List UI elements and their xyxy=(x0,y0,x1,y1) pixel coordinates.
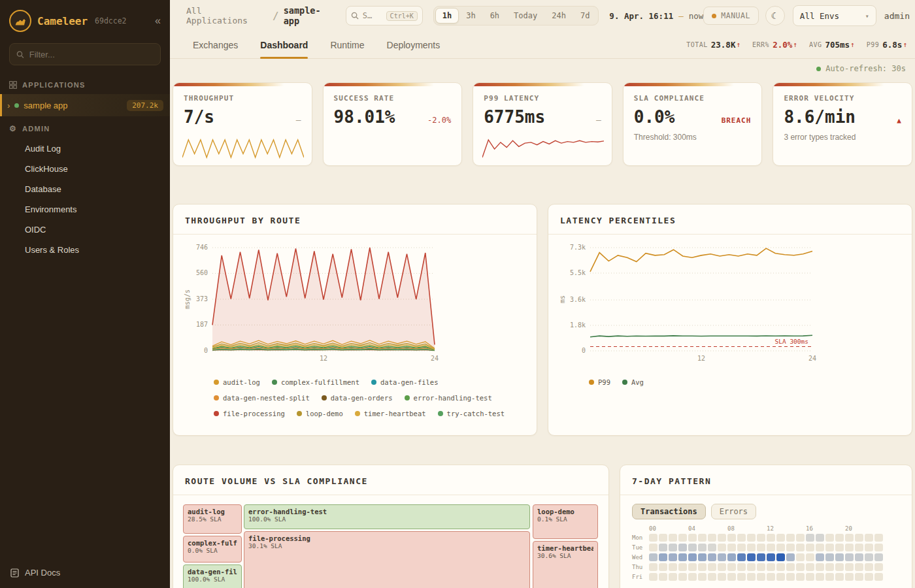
treemap-tile-error-handling-test[interactable]: error-handling-test 100.0% SLA xyxy=(244,504,530,529)
legend-item-data-gen-files[interactable]: data-gen-files xyxy=(371,378,439,386)
tab-deployments[interactable]: Deployments xyxy=(387,31,441,58)
card-title: LATENCY PERCENTILES xyxy=(548,204,912,235)
tile-sla: 100.0% SLA xyxy=(248,515,525,523)
user-menu[interactable]: admin xyxy=(884,11,910,21)
topbar: All Applications / sample-app Ctrl+K 1h3… xyxy=(170,0,915,31)
heatmap-row-tue: Tue xyxy=(632,544,900,551)
env-select[interactable]: All Envs ▾ xyxy=(793,5,876,26)
heatmap-cell xyxy=(767,534,775,542)
treemap-tile-data-gen-files[interactable]: data-gen-files 100.0% SLA xyxy=(183,564,242,588)
treemap-tile-complex-fulfil[interactable]: complex-fulfil… 0.0% SLA xyxy=(183,536,242,563)
sidebar-item-database[interactable]: Database xyxy=(0,179,170,199)
date-range[interactable]: 9. Apr. 16:11 — now xyxy=(609,11,703,21)
date-to: now xyxy=(689,11,704,21)
kpi-title: P99 LATENCY xyxy=(473,83,612,103)
throughput-chart: 01873735607461224msg/s xyxy=(173,235,537,369)
treemap-tile-audit-log[interactable]: audit-log 28.5% SLA xyxy=(183,504,242,534)
heatmap-cell xyxy=(688,544,697,551)
heatmap-cell xyxy=(747,534,756,542)
filter-input[interactable] xyxy=(29,50,154,59)
heatmap-cell xyxy=(737,573,746,581)
search-icon xyxy=(351,12,359,20)
heatmap-cell xyxy=(835,534,844,542)
auto-refresh-indicator: Auto-refresh: 30s xyxy=(170,59,915,73)
global-search[interactable]: Ctrl+K xyxy=(346,6,423,25)
range-1h-button[interactable]: 1h xyxy=(435,8,459,24)
latency-percentiles-card: LATENCY PERCENTILES 01.8k3.6k5.5k7.3k122… xyxy=(548,204,912,436)
tab-runtime[interactable]: Runtime xyxy=(330,31,364,58)
heatmap-cell xyxy=(718,573,726,581)
theme-toggle-button[interactable]: ☾ xyxy=(765,6,785,25)
toggle-transactions[interactable]: Transactions xyxy=(632,504,706,519)
heatmap-cell xyxy=(874,563,883,571)
kpi-value: 8.6/min xyxy=(784,107,856,127)
legend-item-p99[interactable]: P99 xyxy=(589,378,610,386)
sidebar-collapse-button[interactable]: « xyxy=(155,15,161,27)
heatmap-cell xyxy=(816,563,824,571)
legend-item-avg[interactable]: Avg xyxy=(622,378,644,386)
brand-name: Cameleer xyxy=(37,15,88,27)
heatmap-cell xyxy=(659,544,667,551)
refresh-mode-button[interactable]: MANUAL xyxy=(703,7,759,25)
kpi-secondary: ▲ xyxy=(897,116,901,125)
range-24h-button[interactable]: 24h xyxy=(544,8,573,24)
admin-label-text: ADMIN xyxy=(22,125,50,133)
heatmap-cell xyxy=(776,544,785,551)
tab-dashboard[interactable]: Dashboard xyxy=(260,31,308,58)
legend-item-file-processing[interactable]: file-processing xyxy=(214,410,285,417)
range-7d-button[interactable]: 7d xyxy=(573,8,597,24)
sidebar-item-audit-log[interactable]: Audit Log xyxy=(0,139,170,159)
legend-label: loop-demo xyxy=(306,410,343,417)
kpi-secondary: – xyxy=(296,115,301,125)
legend-item-timer-heartbeat[interactable]: timer-heartbeat xyxy=(355,410,426,417)
treemap-tile-loop-demo[interactable]: loop-demo 0.1% SLA xyxy=(533,504,598,539)
heatmap-cell xyxy=(806,553,814,561)
sidebar-item-environments[interactable]: Environments xyxy=(0,199,170,220)
heatmap-cell xyxy=(737,534,746,542)
heatmap-cell xyxy=(786,534,795,542)
tab-exchanges[interactable]: Exchanges xyxy=(193,31,238,58)
treemap-tile-timer-heartbeat[interactable]: timer-heartbeat 30.6% SLA xyxy=(533,541,598,588)
camel-logo-icon xyxy=(9,10,31,32)
legend-label: audit-log xyxy=(223,378,260,386)
legend-item-loop-demo[interactable]: loop-demo xyxy=(297,410,343,417)
heatmap-cell xyxy=(855,573,863,581)
treemap-tile-file-processing[interactable]: file-processing 30.1% SLA xyxy=(244,531,530,588)
tab-list: ExchangesDashboardRuntimeDeployments xyxy=(193,31,440,58)
range-3h-button[interactable]: 3h xyxy=(459,8,482,24)
tabbar: ExchangesDashboardRuntimeDeployments TOT… xyxy=(170,31,915,59)
heatmap-cell xyxy=(845,573,854,581)
kpi-sparkline xyxy=(182,138,305,161)
legend-item-audit-log[interactable]: audit-log xyxy=(214,378,260,386)
legend-item-data-gen-orders[interactable]: data-gen-orders xyxy=(322,394,393,402)
heatmap-cell xyxy=(874,573,883,581)
range-today-button[interactable]: Today xyxy=(507,8,544,24)
heatmap-cell xyxy=(649,553,657,561)
sidebar-item-oidc[interactable]: OIDC xyxy=(0,220,170,240)
heatmap-cell xyxy=(825,553,834,561)
svg-text:187: 187 xyxy=(196,321,208,328)
range-6h-button[interactable]: 6h xyxy=(483,8,507,24)
heatmap-cell xyxy=(708,553,716,561)
svg-text:msg/s: msg/s xyxy=(184,289,191,309)
heatmap-cell xyxy=(796,573,805,581)
search-input[interactable] xyxy=(363,11,382,20)
throughput-by-route-card: THROUGHPUT BY ROUTE 01873735607461224msg… xyxy=(173,204,537,436)
sidebar-item-users-roles[interactable]: Users & Roles xyxy=(0,240,170,260)
sidebar-item-api-docs[interactable]: API Docs xyxy=(0,559,170,588)
sidebar-item-clickhouse[interactable]: ClickHouse xyxy=(0,159,170,179)
legend-item-try-catch-test[interactable]: try-catch-test xyxy=(438,410,505,417)
kpi-row: THROUGHPUT 7/s – SUCCESS RATE 98.01% -2.… xyxy=(170,73,915,166)
stat-avg: AVG705ms↑ xyxy=(809,40,855,50)
trend-up-icon: ↑ xyxy=(903,41,907,49)
legend-item-data-gen-nested-split[interactable]: data-gen-nested-split xyxy=(214,394,310,402)
build-hash: 69dcce2 xyxy=(95,16,126,25)
heatmap-cell xyxy=(796,553,805,561)
sidebar-item-sample-app[interactable]: › sample app 207.2k xyxy=(0,94,170,116)
legend-item-error-handling-test[interactable]: error-handling-test xyxy=(405,394,492,402)
heatmap-cell xyxy=(757,553,765,561)
legend-item-complex-fulfillment[interactable]: complex-fulfillment xyxy=(272,378,359,386)
kpi-card-error-velocity: ERROR VELOCITY 8.6/min ▲ 3 error types t… xyxy=(773,82,912,166)
breadcrumb-root[interactable]: All Applications xyxy=(186,6,268,25)
toggle-errors[interactable]: Errors xyxy=(711,504,756,519)
